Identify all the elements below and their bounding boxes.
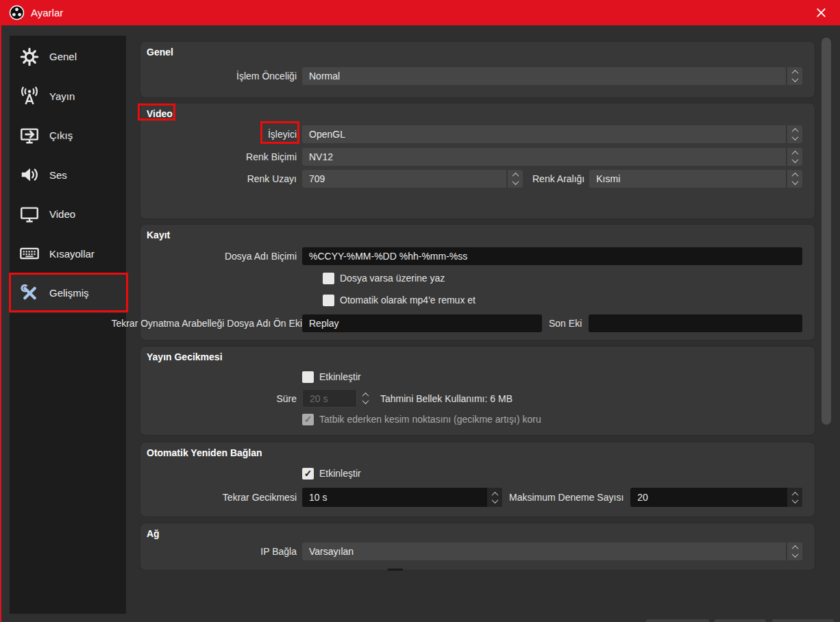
color-range-label: Renk Aralığı	[532, 173, 584, 184]
sidebar-item-label: Gelişmiş	[49, 287, 89, 299]
replay-prefix-label: Tekrar Oynatma Arabelleği Dosya Adı Ön E…	[111, 318, 302, 329]
chevron-down-icon	[512, 178, 519, 185]
sidebar-item-label: Kısayollar	[49, 248, 95, 260]
spinbox-spinner[interactable]	[487, 488, 502, 507]
tools-icon	[18, 282, 41, 305]
spinbox-spinner[interactable]	[787, 488, 802, 507]
reconnect-enable-label[interactable]: Etkinleştir	[319, 468, 361, 479]
duration-spinbox[interactable]: 20 s	[302, 389, 357, 408]
chevron-down-icon	[791, 134, 798, 140]
dialog-button-2[interactable]	[715, 619, 765, 622]
renderer-label: İşleyici	[146, 129, 297, 140]
combo-spinner[interactable]	[786, 543, 802, 560]
combo-spinner[interactable]	[786, 67, 802, 85]
renderer-select[interactable]: OpenGL	[302, 125, 802, 143]
vertical-scrollbar-thumb[interactable]	[822, 38, 831, 425]
chevron-down-icon	[791, 75, 798, 82]
color-space-select[interactable]: 709	[302, 170, 523, 188]
sidebar-item-label: Ses	[49, 169, 67, 181]
sidebar-item-kisayollar[interactable]: Kısayollar	[10, 234, 126, 274]
retry-delay-value: 10 s	[302, 488, 487, 507]
broadcast-icon	[18, 84, 41, 108]
window-title: Ayarlar	[31, 7, 63, 18]
combo-spinner[interactable]	[506, 170, 523, 188]
clipped-widget-sliver	[388, 569, 403, 571]
renderer-value: OpenGL	[302, 125, 786, 143]
preserve-cutoff-label[interactable]: Tatbik ederken kesim noktasını (gecikme …	[319, 414, 541, 425]
process-priority-value: Normal	[302, 67, 786, 85]
max-retries-label: Maksimum Deneme Sayısı	[509, 492, 623, 503]
remux-label[interactable]: Otomatik olarak mp4'e remux et	[340, 295, 475, 306]
sidebar-item-label: Çıkış	[49, 129, 73, 141]
section-title-ag: Ağ	[147, 528, 160, 539]
output-icon	[18, 124, 41, 147]
process-priority-label: İşlem Önceliği	[146, 71, 297, 82]
color-format-select[interactable]: NV12	[302, 148, 802, 166]
sidebar: Genel Yayın Çı	[10, 36, 126, 614]
reconnect-enable-checkbox[interactable]	[302, 468, 314, 480]
max-retries-spinbox[interactable]: 20	[630, 488, 802, 507]
stream-delay-enable-label[interactable]: Etkinleştir	[319, 371, 361, 382]
sidebar-item-cikis[interactable]: Çıkış	[10, 116, 126, 156]
bind-ip-select[interactable]: Varsayılan	[302, 543, 802, 560]
retry-delay-spinbox[interactable]: 10 s	[302, 488, 502, 507]
replay-prefix-input[interactable]: Replay	[302, 314, 542, 332]
overwrite-checkbox[interactable]	[323, 273, 334, 284]
audio-icon	[18, 163, 41, 186]
section-title-kayit: Kayıt	[147, 229, 170, 240]
retry-delay-label: Tekrar Gecikmesi	[146, 492, 297, 503]
color-range-select[interactable]: Kısmi	[589, 170, 802, 188]
chevron-down-icon	[791, 178, 798, 185]
settings-window: Ayarlar Genel Yayın	[0, 0, 840, 622]
memory-usage-text: Tahmini Bellek Kullanımı: 6 MB	[380, 393, 512, 404]
combo-spinner[interactable]	[786, 170, 802, 188]
section-title-genel: Genel	[147, 47, 173, 58]
chevron-down-icon	[362, 397, 369, 404]
sidebar-item-label: Yayın	[49, 90, 75, 102]
combo-spinner[interactable]	[786, 125, 802, 143]
close-icon	[815, 7, 827, 18]
suffix-label: Son Eki	[549, 318, 582, 329]
section-title-video: Video	[147, 108, 173, 119]
duration-value: 20 s	[303, 390, 356, 407]
sidebar-item-ses[interactable]: Ses	[10, 156, 126, 195]
bind-ip-label: IP Bağla	[146, 546, 297, 557]
remux-checkbox[interactable]	[323, 295, 334, 306]
display-icon	[18, 203, 41, 226]
filename-format-label: Dosya Adı Biçimi	[146, 251, 297, 262]
filename-format-input[interactable]: %CCYY-%MM-%DD %hh-%mm-%ss	[302, 247, 802, 265]
close-button[interactable]	[807, 0, 835, 25]
chevron-down-icon	[791, 497, 798, 503]
sidebar-item-yayin[interactable]: Yayın	[10, 77, 126, 116]
keyboard-icon	[18, 242, 41, 265]
sidebar-item-video[interactable]: Video	[10, 195, 126, 234]
section-title-yayin-gecikmesi: Yayın Gecikmesi	[147, 351, 223, 362]
titlebar: Ayarlar	[0, 0, 840, 25]
sidebar-item-genel[interactable]: Genel	[10, 37, 126, 77]
sidebar-item-label: Video	[49, 208, 75, 220]
section-video: Video İşleyici OpenGL Renk Biçimi NV12 R…	[140, 103, 815, 219]
obs-logo-icon	[9, 5, 25, 21]
sidebar-item-gelismis[interactable]: Gelişmiş	[10, 273, 126, 313]
window-red-border	[0, 0, 1, 622]
dialog-button-1[interactable]	[646, 619, 709, 622]
dialog-button-3[interactable]	[772, 619, 834, 622]
suffix-input[interactable]	[589, 314, 802, 332]
color-space-value: 709	[302, 170, 506, 188]
section-yeniden-baglan: Otomatik Yeniden Bağlan Etkinleştir Tekr…	[140, 442, 815, 517]
bind-ip-value: Varsayılan	[302, 543, 786, 560]
preserve-cutoff-checkbox[interactable]	[302, 414, 314, 425]
overwrite-label[interactable]: Dosya varsa üzerine yaz	[340, 273, 445, 284]
section-title-yeniden-baglan: Otomatik Yeniden Bağlan	[147, 447, 262, 458]
combo-spinner[interactable]	[786, 148, 802, 166]
section-kayit: Kayıt Dosya Adı Biçimi %CCYY-%MM-%DD %hh…	[140, 224, 815, 340]
stream-delay-enable-checkbox[interactable]	[302, 371, 314, 383]
color-format-label: Renk Biçimi	[146, 151, 297, 162]
process-priority-select[interactable]: Normal	[302, 67, 802, 85]
section-yayin-gecikmesi: Yayın Gecikmesi Etkinleştir Süre 20 s Ta…	[140, 346, 815, 436]
color-format-value: NV12	[302, 148, 786, 166]
chevron-down-icon	[791, 551, 798, 558]
duration-spinner[interactable]	[358, 393, 372, 404]
gear-icon	[18, 45, 41, 69]
chevron-down-icon	[491, 497, 498, 503]
